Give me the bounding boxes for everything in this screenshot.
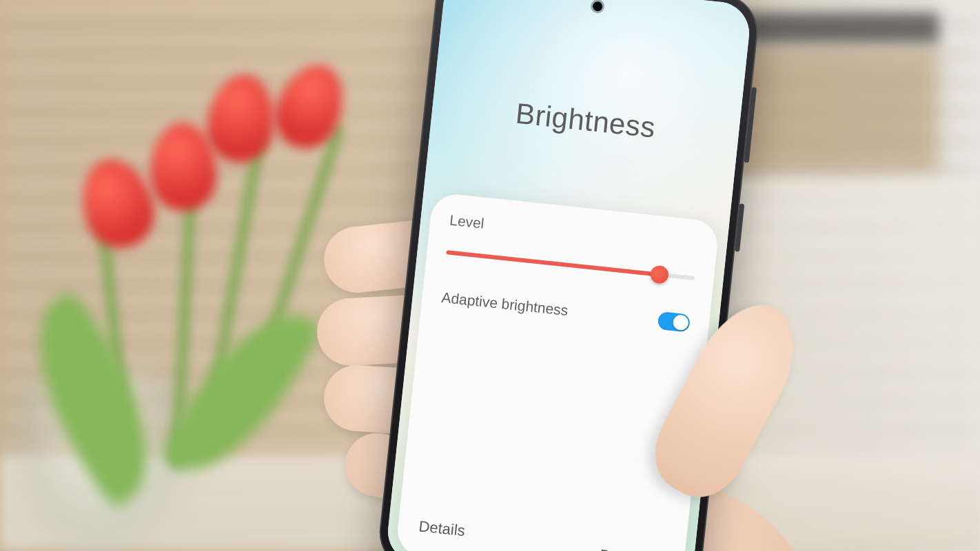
details-button[interactable]: Details	[418, 517, 466, 540]
done-button[interactable]: Done	[599, 546, 637, 551]
panel-title: Brightness	[431, 88, 740, 153]
spacer	[401, 318, 707, 530]
photo-scene: Brightness Level Adaptive brightness	[0, 0, 980, 551]
adaptive-brightness-toggle[interactable]	[657, 311, 691, 333]
settings-card: Level Adaptive brightness	[395, 192, 719, 551]
adaptive-brightness-label: Adaptive brightness	[440, 289, 569, 319]
toggle-knob	[673, 314, 689, 331]
slider-thumb[interactable]	[650, 264, 670, 284]
